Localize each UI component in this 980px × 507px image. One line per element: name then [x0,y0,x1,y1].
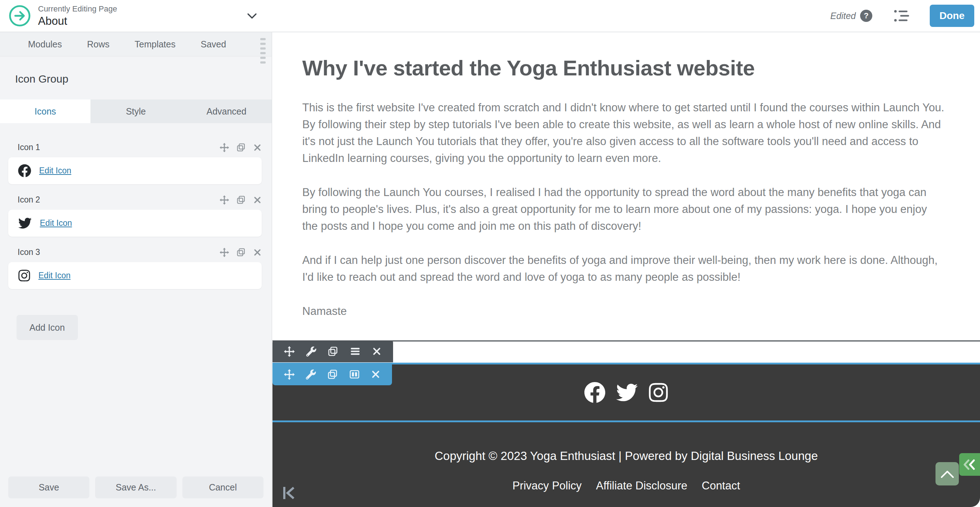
move-icon[interactable] [220,143,229,152]
row-toolbar [272,340,393,362]
move-icon[interactable] [220,248,229,257]
builder-panel: Modules Rows Templates Saved Icon Group … [0,32,272,507]
remove-icon[interactable] [253,196,262,204]
chevron-down-icon[interactable] [247,13,257,19]
duplicate-icon[interactable] [328,346,338,357]
panel-footer: Save Save As... Cancel [0,477,272,507]
icon-field-label: Icon 2 [18,195,40,205]
tab-style[interactable]: Style [91,99,181,123]
page-title: About [38,15,117,28]
remove-icon[interactable] [372,346,382,356]
skip-to-start-icon[interactable] [282,485,296,501]
collapse-panel-tab[interactable] [959,453,980,476]
nav-tab-saved[interactable]: Saved [200,39,226,49]
icon-field-label: Icon 1 [18,143,40,152]
page-content: Why I've started the Yoga Enthusiast web… [272,32,980,320]
columns-icon[interactable] [349,369,360,379]
contact-link[interactable]: Contact [702,479,740,492]
scroll-to-top-button[interactable] [935,462,959,485]
remove-icon[interactable] [371,370,380,379]
field-header: Icon 1 [8,143,262,152]
remove-icon[interactable] [253,248,262,257]
menu-icon[interactable] [350,346,360,357]
field-header: Icon 2 [8,195,262,205]
settings-tab-bar: Icons Style Advanced [0,99,272,123]
page-heading: Why I've started the Yoga Enthusiast web… [302,55,945,81]
currently-editing-label: Currently Editing Page [38,4,117,14]
affiliate-disclosure-link[interactable]: Affiliate Disclosure [596,479,687,492]
nav-tab-modules[interactable]: Modules [28,39,62,49]
paragraph: This is the first website I've created f… [302,99,945,167]
field-header: Icon 3 [8,247,262,257]
edit-icon-link[interactable]: Edit Icon [40,218,72,228]
facebook-icon[interactable] [584,382,606,403]
nav-tab-rows[interactable]: Rows [87,39,110,49]
save-as-button[interactable]: Save As... [95,477,176,498]
icon-card: Edit Icon [8,157,262,184]
footer-links: Privacy Policy Affiliate Disclosure Cont… [272,479,980,492]
tab-icons[interactable]: Icons [0,99,91,123]
add-icon-button[interactable]: Add Icon [16,315,78,340]
remove-icon[interactable] [253,143,262,152]
nav-tab-templates[interactable]: Templates [135,39,175,49]
page-indicator[interactable]: Currently Editing Page About [9,4,117,28]
panel-nav-tabs: Modules Rows Templates Saved [0,32,272,56]
twitter-icon[interactable] [616,382,638,403]
privacy-policy-link[interactable]: Privacy Policy [512,479,582,492]
instagram-icon[interactable] [648,382,668,403]
site-footer: Copyright © 2023 Yoga Enthusiast | Power… [272,422,980,507]
icon-card: Edit Icon [8,210,262,237]
module-toolbar [272,364,392,385]
paragraph: And if I can help just one person discov… [302,252,945,285]
panel-drag-handle[interactable] [260,38,266,64]
duplicate-icon[interactable] [237,248,245,257]
module-settings-title: Icon Group [15,73,272,85]
edited-status: Edited [830,11,856,21]
done-button[interactable]: Done [930,5,974,27]
save-button[interactable]: Save [8,477,89,498]
chevron-up-icon [940,470,955,478]
tab-advanced[interactable]: Advanced [181,99,272,123]
twitter-icon [18,217,32,230]
wrench-icon[interactable] [306,370,316,379]
icon-field-label: Icon 3 [18,247,40,257]
facebook-icon [18,164,31,177]
double-chevron-left-icon [963,459,977,470]
paragraph: Namaste [302,303,945,320]
cancel-button[interactable]: Cancel [182,477,264,498]
move-icon[interactable] [284,346,295,357]
help-icon[interactable]: ? [860,10,872,22]
icons-form: Icon 1 Edit Icon Icon 2 Edit Icon [0,143,272,340]
top-toolbar: Currently Editing Page About Edited ? Do… [0,0,980,32]
wrench-icon[interactable] [306,346,316,357]
instagram-icon [18,269,30,282]
duplicate-icon[interactable] [328,369,338,379]
circle-arrow-icon [9,5,31,27]
edit-icon-link[interactable]: Edit Icon [39,166,72,175]
move-icon[interactable] [284,369,295,380]
page-canvas: Why I've started the Yoga Enthusiast web… [272,32,980,507]
copyright-text: Copyright © 2023 Yoga Enthusiast | Power… [272,449,980,463]
move-icon[interactable] [220,195,229,205]
duplicate-icon[interactable] [237,143,245,152]
paragraph: By following the Launch You courses, I r… [302,184,945,234]
edit-icon-link[interactable]: Edit Icon [38,271,71,281]
outline-icon[interactable] [894,9,910,22]
icon-card: Edit Icon [8,262,262,289]
duplicate-icon[interactable] [237,195,245,204]
